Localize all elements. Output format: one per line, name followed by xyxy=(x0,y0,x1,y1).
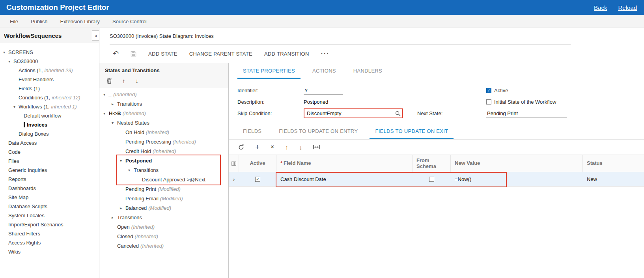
reload-link[interactable]: Reload xyxy=(618,4,637,11)
fit-width-icon[interactable] xyxy=(313,145,320,149)
states-item-pending-processing[interactable]: Pending Processing(Inherited) xyxy=(99,137,228,146)
sidebar-item-access-rights[interactable]: Access Rights xyxy=(0,238,99,247)
sidebar-collapse-button[interactable]: ◂ xyxy=(92,30,99,41)
toolbar-button-change-parent-state[interactable]: CHANGE PARENT STATE xyxy=(189,51,252,57)
search-icon[interactable] xyxy=(395,111,401,116)
sidebar-item-conditions-1[interactable]: Conditions (1,inherited 12) xyxy=(0,93,99,102)
toolbar-button-add-state[interactable]: ADD STATE xyxy=(148,51,177,57)
menu-item-source-control[interactable]: Source Control xyxy=(106,15,153,28)
sidebar-item-event-handlers[interactable]: Event Handlers xyxy=(0,75,99,84)
sidebar-item-site-map[interactable]: Site Map xyxy=(0,193,99,202)
tab-actions[interactable]: ACTIONS xyxy=(307,63,342,79)
toolbar-button-add-transition[interactable]: ADD TRANSITION xyxy=(264,51,309,57)
tab-handlers[interactable]: HANDLERS xyxy=(348,63,388,79)
caret-down-icon[interactable]: ▾ xyxy=(103,92,109,97)
states-item-on-hold[interactable]: On Hold(Inherited) xyxy=(99,127,228,137)
states-item-h-b[interactable]: ▾H->B(Inherited) xyxy=(99,108,228,118)
caret-down-icon[interactable]: ▾ xyxy=(103,111,109,116)
sidebar-item-dialog-boxes[interactable]: Dialog Boxes xyxy=(0,129,99,138)
table-row[interactable]: ›✓Cash Discount Date=Now()New xyxy=(229,172,644,187)
refresh-icon[interactable] xyxy=(238,144,244,150)
states-item-credit-hold[interactable]: Credit Hold(Inherited) xyxy=(99,146,228,156)
sidebar-item-workflows-1[interactable]: ▾Workflows (1,inherited 1) xyxy=(0,102,99,111)
caret-down-icon[interactable]: ▾ xyxy=(8,59,13,63)
subtab-fields[interactable]: FIELDS xyxy=(237,123,267,139)
states-item-closed[interactable]: Closed(Inherited) xyxy=(99,231,228,241)
caret-down-icon[interactable]: ▾ xyxy=(13,104,19,109)
sidebar-item-generic-inquiries[interactable]: Generic Inquiries xyxy=(0,166,99,175)
grid-header-status[interactable]: Status xyxy=(583,155,644,172)
menu-item-extension-library[interactable]: Extension Library xyxy=(54,15,106,28)
sidebar-item-shared-filters[interactable]: Shared Filters xyxy=(0,229,99,238)
initial-state-checkbox[interactable] xyxy=(486,99,491,104)
states-item-open[interactable]: Open(Inherited) xyxy=(99,222,228,231)
caret-down-icon[interactable]: ▾ xyxy=(120,159,125,163)
menu-item-publish[interactable]: Publish xyxy=(24,15,54,28)
states-item-pending-print[interactable]: Pending Print(Modified) xyxy=(99,184,228,194)
skip-condition-input[interactable]: DiscountEmpty xyxy=(304,108,403,118)
row-selector[interactable]: › xyxy=(229,172,239,186)
sidebar-item-screens[interactable]: ▾SCREENS xyxy=(0,48,99,57)
sidebar-item-wikis[interactable]: Wikis xyxy=(0,247,99,256)
caret-down-icon[interactable]: ▾ xyxy=(128,168,134,172)
states-item-postponed[interactable]: ▾Postponed xyxy=(99,156,228,165)
sidebar-item-actions-1[interactable]: Actions (1,inherited 23) xyxy=(0,66,99,75)
more-options-icon[interactable]: ··· xyxy=(321,50,330,57)
states-item-canceled[interactable]: Canceled(Inherited) xyxy=(99,241,228,250)
column-settings-cell[interactable] xyxy=(229,155,239,172)
initial-state-checkbox-label: Initial State of the Workflow xyxy=(494,99,556,105)
move-down-icon[interactable]: ↓ xyxy=(136,77,139,84)
add-row-icon[interactable]: + xyxy=(255,143,259,151)
subtab-fields-to-update-on-entry[interactable]: FIELDS TO UPDATE ON ENTRY xyxy=(273,123,363,139)
caret-down-icon[interactable]: ▾ xyxy=(112,121,117,125)
back-link[interactable]: Back xyxy=(594,4,607,11)
states-item-transitions[interactable]: ▸Transitions xyxy=(99,213,228,222)
states-item-transitions[interactable]: ▾Transitions xyxy=(99,165,228,175)
next-state-input[interactable]: Pending Print xyxy=(486,110,567,118)
states-item-transitions[interactable]: ▸Transitions xyxy=(99,99,228,108)
caret-down-icon[interactable]: ▾ xyxy=(3,50,8,54)
sidebar-item-files[interactable]: Files xyxy=(0,157,99,166)
description-input[interactable]: Postponed xyxy=(304,99,328,105)
grid-header-active[interactable]: Active xyxy=(239,155,276,172)
sidebar-item-so303000[interactable]: ▾SO303000 xyxy=(0,57,99,66)
sidebar-item-default-workflow[interactable]: Default workflow xyxy=(0,111,99,120)
move-row-down-icon[interactable]: ↓ xyxy=(299,144,302,151)
states-item-pending-email[interactable]: Pending Email(Modified) xyxy=(99,194,228,203)
sidebar-item-reports[interactable]: Reports xyxy=(0,175,99,184)
grid-header-new-value[interactable]: New Value xyxy=(451,155,583,172)
move-row-up-icon[interactable]: ↑ xyxy=(285,144,288,151)
sidebar-item-code[interactable]: Code xyxy=(0,147,99,157)
delete-icon[interactable] xyxy=(106,78,112,84)
caret-right-icon[interactable]: ▸ xyxy=(120,206,125,210)
sidebar-item-data-access[interactable]: Data Access xyxy=(0,138,99,147)
delete-row-icon[interactable]: × xyxy=(271,144,274,151)
caret-right-icon[interactable]: ▸ xyxy=(112,102,117,106)
menu-item-file[interactable]: File xyxy=(4,15,24,28)
sidebar-item-dashboards[interactable]: Dashboards xyxy=(0,184,99,193)
move-up-icon[interactable]: ↑ xyxy=(122,77,125,84)
active-checkbox[interactable]: ✓ xyxy=(486,88,491,93)
row-from-schema-checkbox[interactable] xyxy=(429,177,434,182)
sidebar-item-import-export-scenarios[interactable]: Import/Export Scenarios xyxy=(0,220,99,229)
sidebar-item-invoices[interactable]: Invoices xyxy=(0,120,99,129)
grid-header-field-name[interactable]: *Field Name xyxy=(276,155,413,172)
states-item-nested-states[interactable]: ▾Nested States xyxy=(99,118,228,127)
caret-right-icon[interactable]: ▸ xyxy=(112,215,117,220)
sidebar-item-label: Default workflow xyxy=(24,113,61,119)
states-item-balanced[interactable]: ▸Balanced(Modified) xyxy=(99,203,228,213)
states-item-item[interactable]: ▾_(Inherited) xyxy=(99,90,228,99)
sidebar-item-fields-1[interactable]: Fields (1) xyxy=(0,84,99,93)
sidebar-item-system-locales[interactable]: System Locales xyxy=(0,211,99,220)
subtab-fields-to-update-on-exit[interactable]: FIELDS TO UPDATE ON EXIT xyxy=(370,123,454,139)
tab-state-properties[interactable]: STATE PROPERTIES xyxy=(237,63,301,79)
save-icon[interactable] xyxy=(131,51,136,57)
identifier-input[interactable]: Y xyxy=(304,87,343,95)
row-active-checkbox[interactable]: ✓ xyxy=(255,177,260,182)
undo-icon[interactable]: ↶ xyxy=(113,49,119,58)
grid-header-from-schema[interactable]: From Schema xyxy=(413,155,451,172)
fields-subtabs: FIELDSFIELDS TO UPDATE ON ENTRYFIELDS TO… xyxy=(229,123,644,140)
states-item-note: (Inherited) xyxy=(146,129,169,135)
sidebar-item-database-scripts[interactable]: Database Scripts xyxy=(0,202,99,211)
states-item-discount-approved-next[interactable]: Discount Approved->@Next xyxy=(99,175,228,184)
